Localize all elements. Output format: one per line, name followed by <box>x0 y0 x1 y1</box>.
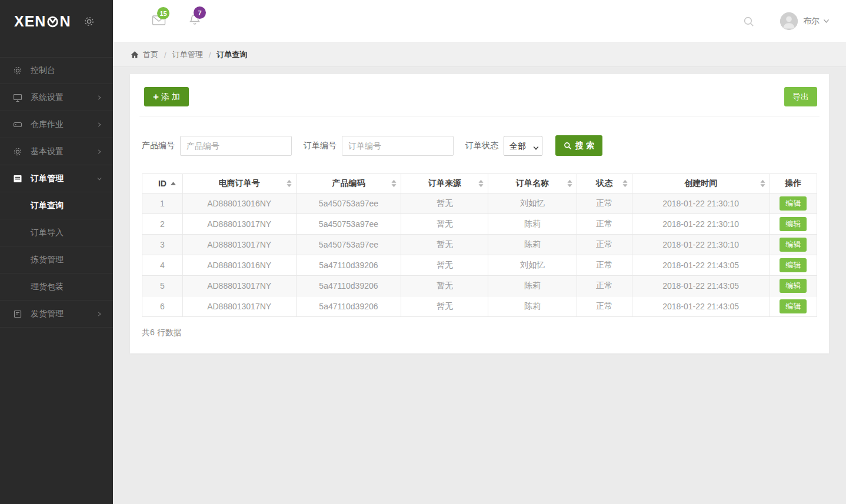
cell-product-code: 5a47110d39206 <box>296 255 401 276</box>
messages-button[interactable]: 15 <box>152 14 166 28</box>
chevron-right-icon <box>96 122 102 128</box>
order-code-label: 订单编号 <box>304 141 337 151</box>
sidebar-subitem-label: 订单查询 <box>31 201 64 211</box>
sort-icon[interactable] <box>567 180 572 188</box>
cell-id: 4 <box>142 255 183 276</box>
cell-order-name: 陈莉 <box>488 296 577 317</box>
breadcrumb-section[interactable]: 订单管理 <box>172 49 203 60</box>
cell-created-at: 2018-01-22 21:30:10 <box>632 193 770 214</box>
column-header[interactable]: 创建时间 <box>632 174 770 193</box>
column-header[interactable]: ID <box>142 174 183 193</box>
column-header: 操作 <box>770 174 817 193</box>
sidebar-subitem-label: 理货包装 <box>31 282 64 292</box>
sidebar-item-warehouse-ops[interactable]: 仓库作业 <box>0 111 113 138</box>
column-header-label: 操作 <box>785 178 801 188</box>
column-header[interactable]: 订单名称 <box>488 174 577 193</box>
cell-created-at: 2018-01-22 21:30:10 <box>632 235 770 255</box>
cell-actions: 编辑 <box>770 255 817 276</box>
cell-actions: 编辑 <box>770 276 817 296</box>
column-header[interactable]: 电商订单号 <box>182 174 296 193</box>
add-button-label: 添 加 <box>161 92 180 102</box>
cell-order-source: 暂无 <box>401 296 488 317</box>
breadcrumb-separator: / <box>164 51 166 59</box>
toolbar: + 添 加 导出 <box>142 87 817 106</box>
chevron-right-icon <box>96 149 102 155</box>
edit-button[interactable]: 编辑 <box>780 238 807 252</box>
product-code-input[interactable] <box>180 136 292 156</box>
topbar-right: 布尔 <box>743 12 830 30</box>
add-button[interactable]: + 添 加 <box>144 87 189 106</box>
sort-icon[interactable] <box>622 180 628 188</box>
sort-icon[interactable] <box>760 180 765 188</box>
sidebar-subitem-picking-management[interactable]: 拣货管理 <box>0 246 113 273</box>
edit-button[interactable]: 编辑 <box>780 196 807 211</box>
cell-created-at: 2018-01-22 21:30:10 <box>632 214 770 235</box>
table-row: 5AD888013017NY5a47110d39206暂无陈莉正常2018-01… <box>142 276 817 296</box>
logo-row: XENN <box>0 0 113 43</box>
breadcrumb-home[interactable]: 首页 <box>143 49 158 60</box>
cell-ecommerce-order-no: AD888013017NY <box>182 296 296 317</box>
export-button[interactable]: 导出 <box>784 87 817 106</box>
username-text: 布尔 <box>803 16 820 26</box>
cell-id: 1 <box>142 193 183 214</box>
search-button[interactable]: 搜 索 <box>555 135 602 156</box>
edit-button[interactable]: 编辑 <box>780 279 807 293</box>
sort-icon[interactable] <box>478 180 484 188</box>
column-header[interactable]: 产品编码 <box>296 174 401 193</box>
avatar[interactable] <box>780 12 798 30</box>
cell-order-source: 暂无 <box>401 193 488 214</box>
cell-product-code: 5a450753a97ee <box>296 214 401 235</box>
sidebar-settings-gear-icon[interactable] <box>84 16 95 27</box>
cell-actions: 编辑 <box>770 296 817 317</box>
column-header-label: 产品编码 <box>332 178 365 188</box>
cell-status: 正常 <box>577 276 632 296</box>
filter-bar: 产品编号 订单编号 订单状态 全部 搜 索 <box>142 135 817 156</box>
column-header-label: 订单名称 <box>516 178 549 188</box>
edit-button[interactable]: 编辑 <box>780 299 807 313</box>
orders-table: ID电商订单号产品编码订单来源订单名称状态创建时间操作 1AD888013016… <box>142 173 817 317</box>
cell-order-name: 刘如忆 <box>488 255 577 276</box>
sidebar-subitem-tally-packing[interactable]: 理货包装 <box>0 273 113 301</box>
cell-actions: 编辑 <box>770 235 817 255</box>
cell-order-name: 陈莉 <box>488 214 577 235</box>
sidebar-item-basic-settings[interactable]: 基本设置 <box>0 138 113 165</box>
sort-ascending-icon[interactable] <box>171 182 176 185</box>
sidebar-subitem-order-import[interactable]: 订单导入 <box>0 219 113 246</box>
sort-icon[interactable] <box>391 180 397 188</box>
sidebar-item-console[interactable]: 控制台 <box>0 57 113 84</box>
notifications-badge: 7 <box>194 6 206 19</box>
cell-status: 正常 <box>577 193 632 214</box>
product-code-label: 产品编号 <box>142 141 175 151</box>
edit-button[interactable]: 编辑 <box>780 217 807 231</box>
chevron-down-icon <box>96 176 102 182</box>
edit-button[interactable]: 编辑 <box>780 258 807 272</box>
column-header-label: 电商订单号 <box>219 178 260 188</box>
cell-ecommerce-order-no: AD888013016NY <box>182 193 296 214</box>
cell-ecommerce-order-no: AD888013017NY <box>182 214 296 235</box>
sidebar-item-system-settings[interactable]: 系统设置 <box>0 84 113 111</box>
cell-status: 正常 <box>577 235 632 255</box>
book-icon <box>13 173 23 183</box>
sidebar-item-label: 系统设置 <box>31 92 96 103</box>
sidebar-subitem-order-query[interactable]: 订单查询 <box>0 192 113 219</box>
cell-product-code: 5a450753a97ee <box>296 193 401 214</box>
sidebar-item-order-management[interactable]: 订单管理 <box>0 165 113 192</box>
order-status-select[interactable]: 全部 <box>504 136 542 156</box>
order-code-input[interactable] <box>342 136 454 156</box>
cell-order-name: 陈莉 <box>488 235 577 255</box>
sidebar-item-shipping-management[interactable]: 发货管理 <box>0 301 113 328</box>
sidebar-item-label: 基本设置 <box>31 146 96 157</box>
column-header[interactable]: 状态 <box>577 174 632 193</box>
tag-icon <box>13 119 23 129</box>
plus-icon: + <box>153 92 159 102</box>
column-header-label: ID <box>158 179 166 188</box>
cell-order-name: 陈莉 <box>488 276 577 296</box>
notifications-button[interactable]: 7 <box>188 14 201 29</box>
column-header[interactable]: 订单来源 <box>401 174 488 193</box>
sort-icon[interactable] <box>287 180 292 188</box>
cell-id: 2 <box>142 214 183 235</box>
main-area: 15 7 布尔 首页 / 订单管理 / 订单查询 <box>113 0 846 504</box>
search-icon[interactable] <box>743 16 754 27</box>
page-content: + 添 加 导出 产品编号 订单编号 订单状态 全部 <box>113 67 846 504</box>
user-menu[interactable]: 布尔 <box>803 16 830 26</box>
